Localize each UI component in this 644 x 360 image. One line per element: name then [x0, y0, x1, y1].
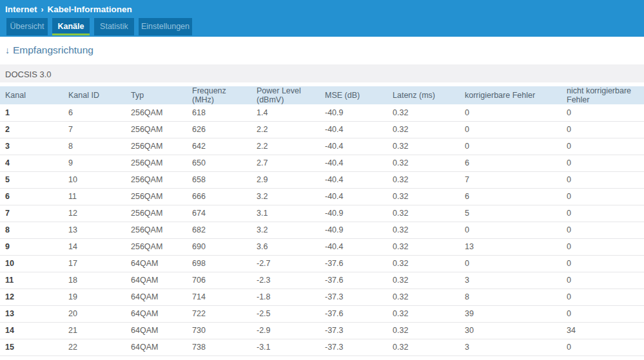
table-cell: 0.32: [387, 171, 460, 188]
table-cell: 8: [460, 289, 561, 305]
table-cell: 256QAM: [126, 171, 187, 188]
table-row: 152264QAM738-3.1-37.30.3230: [0, 339, 644, 355]
column-header: Latenz (ms): [387, 86, 460, 104]
table-cell: 690: [187, 238, 251, 255]
table-cell: 0: [561, 171, 644, 188]
breadcrumb-page: Kabel-Informationen: [48, 5, 132, 14]
table-cell: 650: [187, 155, 251, 171]
table-cell: 13: [460, 238, 561, 255]
table-cell: 0: [561, 121, 644, 138]
table-cell: -40.4: [320, 155, 387, 171]
tab-statistik[interactable]: Statistik: [94, 18, 134, 35]
table-cell: 0: [561, 255, 644, 272]
table-cell: 730: [187, 322, 251, 339]
table-cell: 618: [187, 104, 251, 121]
table-cell: 256QAM: [126, 222, 187, 238]
table-cell: -2.9: [251, 322, 320, 339]
table-cell: 64QAM: [126, 305, 187, 322]
table-cell: -37.3: [320, 289, 387, 305]
table-cell: -37.6: [320, 305, 387, 322]
table-cell: 11: [63, 188, 126, 205]
table-cell: 11: [0, 272, 63, 289]
table-cell: 256QAM: [126, 155, 187, 171]
table-cell: 698: [187, 255, 251, 272]
table-cell: 0: [561, 138, 644, 155]
table-cell: 0: [561, 339, 644, 355]
table-cell: 0: [561, 104, 644, 121]
column-header: Kanal ID: [63, 86, 126, 104]
tab-kan-le[interactable]: Kanäle: [52, 18, 90, 35]
table-cell: 0: [561, 188, 644, 205]
column-header: Typ: [126, 86, 187, 104]
table-cell: 0: [460, 255, 561, 272]
table-cell: 0: [561, 222, 644, 238]
table-cell: -40.4: [320, 238, 387, 255]
table-row: 611256QAM6663.2-40.40.3260: [0, 188, 644, 205]
column-header: korrigierbare Fehler: [460, 86, 561, 104]
table-cell: 13: [0, 305, 63, 322]
table-cell: -40.9: [320, 222, 387, 238]
table-cell: 10: [63, 171, 126, 188]
table-row: 49256QAM6502.7-40.40.3260: [0, 155, 644, 171]
table-cell: 64QAM: [126, 255, 187, 272]
table-cell: 642: [187, 138, 251, 155]
table-cell: 6: [460, 155, 561, 171]
table-cell: 256QAM: [126, 238, 187, 255]
table-cell: 3: [0, 138, 63, 155]
table-cell: 0.32: [387, 339, 460, 355]
table-cell: 0: [460, 138, 561, 155]
table-row: 121964QAM714-1.8-37.30.3280: [0, 289, 644, 305]
column-header: nicht korrigierbare Fehler: [561, 86, 644, 104]
column-header: Kanal: [0, 86, 63, 104]
receive-direction-link[interactable]: ↓ Empfangsrichtung: [5, 44, 93, 56]
table-cell: 256QAM: [126, 121, 187, 138]
table-cell: 64QAM: [126, 322, 187, 339]
table-cell: 256QAM: [126, 138, 187, 155]
table-cell: 12: [0, 289, 63, 305]
table-cell: 714: [187, 289, 251, 305]
table-cell: 0.32: [387, 104, 460, 121]
table-row: 712256QAM6743.1-40.90.3250: [0, 205, 644, 222]
table-cell: -3.1: [251, 339, 320, 355]
table-cell: 6: [0, 188, 63, 205]
table-cell: 1.4: [251, 104, 320, 121]
table-cell: 2.2: [251, 138, 320, 155]
table-cell: -40.4: [320, 188, 387, 205]
table-cell: 21: [63, 322, 126, 339]
table-cell: 14: [0, 322, 63, 339]
table-cell: 3: [460, 339, 561, 355]
table-row: 111864QAM706-2.3-37.60.3230: [0, 272, 644, 289]
table-cell: 12: [63, 205, 126, 222]
table-cell: 19: [63, 289, 126, 305]
breadcrumb: Internet › Kabel-Informationen: [0, 3, 644, 18]
table-cell: 22: [63, 339, 126, 355]
tab-einstellungen[interactable]: Einstellungen: [139, 18, 192, 35]
table-cell: 17: [63, 255, 126, 272]
table-cell: 674: [187, 205, 251, 222]
table-cell: 9: [0, 238, 63, 255]
table-cell: 0: [460, 104, 561, 121]
table-cell: 666: [187, 188, 251, 205]
table-cell: 0: [561, 155, 644, 171]
table-cell: -37.6: [320, 272, 387, 289]
table-cell: 0: [561, 238, 644, 255]
table-cell: 0: [561, 289, 644, 305]
table-cell: 34: [561, 322, 644, 339]
table-cell: 0.32: [387, 155, 460, 171]
table-cell: 1: [0, 104, 63, 121]
table-cell: 8: [63, 138, 126, 155]
tab--bersicht[interactable]: Übersicht: [6, 18, 48, 35]
table-cell: 20: [63, 305, 126, 322]
docsis-section-title: DOCSIS 3.0: [0, 64, 644, 82]
table-cell: 2.7: [251, 155, 320, 171]
table-row: 16256QAM6181.4-40.90.3200: [0, 104, 644, 121]
table-cell: 7: [460, 171, 561, 188]
table-row: 27256QAM6262.2-40.40.3200: [0, 121, 644, 138]
breadcrumb-section[interactable]: Internet: [5, 5, 37, 14]
table-cell: 0: [460, 222, 561, 238]
table-cell: 64QAM: [126, 339, 187, 355]
table-cell: 5: [0, 171, 63, 188]
table-cell: 256QAM: [126, 188, 187, 205]
table-row: 510256QAM6582.9-40.40.3270: [0, 171, 644, 188]
table-cell: 0.32: [387, 322, 460, 339]
